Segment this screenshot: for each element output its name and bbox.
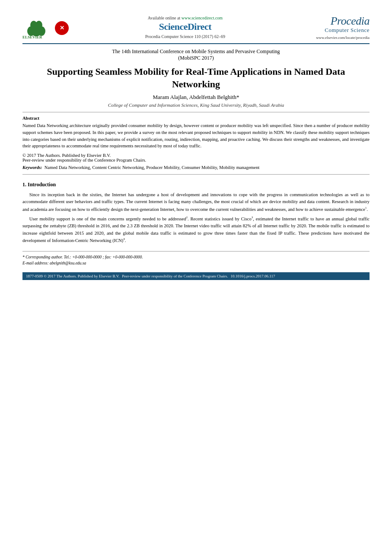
paper-title: Supporting Seamless Mobility for Real-Ti… — [22, 66, 370, 90]
intro-para1: Since its inception back in the sixties,… — [22, 191, 370, 213]
abstract-section: Abstract Named Data Networking architect… — [22, 116, 370, 170]
footer-bar: 1877-0509 © 2017 The Authors. Published … — [22, 272, 370, 280]
conference-section: The 14th International Conference on Mob… — [22, 48, 370, 61]
intro-para2: User mobility support is one of the main… — [22, 215, 370, 244]
header-center: Available online at www.sciencedirect.co… — [74, 16, 296, 39]
authors: Maram Alajlan, Abdelfettah Belghith* — [22, 94, 370, 101]
abstract-label: Abstract — [22, 116, 370, 121]
footnote-1: 1 — [365, 206, 367, 210]
available-online-text: Available online at www.sciencedirect.co… — [148, 16, 223, 20]
crossmark-logo: ✕ — [55, 21, 69, 35]
keywords-line: Keywords: Named Data Networking, Content… — [22, 165, 370, 170]
computer-science-label: Computer Science — [325, 27, 370, 34]
email-label: E-mail address: — [22, 261, 49, 265]
footer-note: * Corresponding author. Tel.: +0-000-000… — [22, 254, 370, 267]
keywords-label: Keywords: — [22, 165, 42, 170]
footer-doi: 10.1016/j.procs.2017.06.117 — [231, 274, 275, 278]
keywords-text: Named Data Networking, Content Centric N… — [45, 165, 260, 170]
affiliation: College of Computer and Information Scie… — [22, 102, 370, 108]
elsevier-website: www.elsevier.com/locate/procedia — [316, 35, 370, 40]
corresponding-note: * Corresponding author. Tel.: +0-000-000… — [22, 254, 370, 260]
introduction-heading: 1. Introduction — [22, 182, 370, 188]
bottom-abstract-divider — [22, 174, 370, 175]
abstract-text: Named Data Networking architecture origi… — [22, 122, 370, 150]
email-line: E-mail address: abelgnith@ksu.edu.sa — [22, 260, 370, 266]
header-logos: ELSEVIER ✕ — [22, 16, 69, 39]
sciencedirect-link[interactable]: www.sciencedirect.com — [182, 16, 223, 20]
procedia-title: Procedia — [331, 16, 370, 27]
sciencedirect-logo: ScienceDirect — [159, 21, 211, 32]
procedia-brand: Procedia Computer Science www.elsevier.c… — [316, 16, 370, 40]
elsevier-logo: ELSEVIER — [22, 16, 51, 39]
conference-title: The 14th International Conference on Mob… — [22, 48, 370, 61]
header: ELSEVIER ✕ Available online at www.scien… — [22, 16, 370, 40]
journal-name: Procedia Computer Science 110 (2017) 62–… — [145, 34, 225, 39]
email-address: abelgnith@ksu.edu.sa — [50, 261, 86, 265]
page: ELSEVIER ✕ Available online at www.scien… — [0, 0, 392, 535]
header-right: Procedia Computer Science www.elsevier.c… — [296, 16, 370, 40]
top-divider — [22, 112, 370, 112]
footer-peer-review: Peer-review under responsibility of the … — [122, 274, 228, 278]
header-divider — [22, 43, 370, 44]
header-left: ELSEVIER ✕ — [22, 16, 74, 39]
svg-text:ELSEVIER: ELSEVIER — [22, 35, 42, 39]
footer-divider — [22, 251, 370, 252]
svg-point-5 — [35, 21, 42, 29]
copyright-text: © 2017 The Authors. Published by Elsevie… — [22, 153, 370, 162]
introduction-section: 1. Introduction Since its inception back… — [22, 182, 370, 244]
footer-issn: 1877-0509 © 2017 The Authors. Published … — [26, 274, 119, 278]
